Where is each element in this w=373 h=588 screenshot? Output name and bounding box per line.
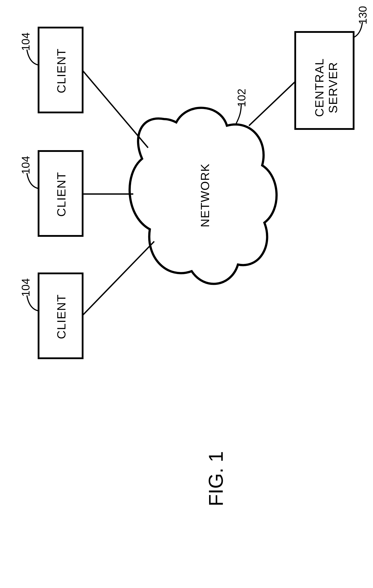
leader-client1 [27, 50, 39, 65]
edge-network-server [249, 82, 295, 126]
client1-label: CLIENT [54, 47, 68, 95]
client2-label: CLIENT [54, 170, 68, 219]
edge-client3-network [83, 242, 154, 315]
client3-label: CLIENT [54, 292, 68, 341]
leader-client2 [27, 173, 39, 189]
diagram-canvas: CLIENT CLIENT CLIENT 104 104 104 NETWORK… [0, 0, 373, 588]
client2-ref: 104 [19, 156, 32, 174]
client1-ref: 104 [19, 32, 32, 51]
network-label: NETWORK [198, 160, 212, 231]
client3-ref: 104 [19, 278, 32, 296]
server-ref: 130 [356, 6, 369, 24]
edge-client1-network [83, 71, 148, 148]
network-ref: 102 [235, 89, 248, 107]
leader-client3 [27, 295, 39, 311]
server-label: CENTRAL SERVER [313, 54, 340, 121]
figure-caption: FIG. 1 [205, 446, 227, 512]
